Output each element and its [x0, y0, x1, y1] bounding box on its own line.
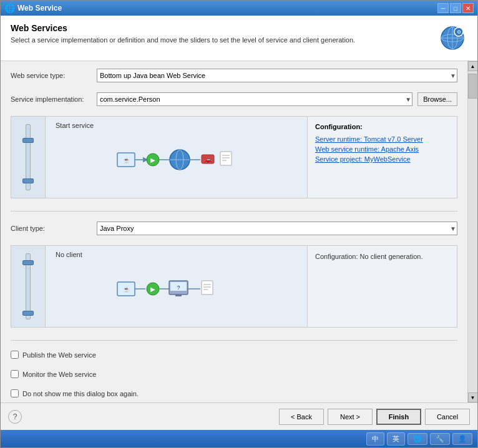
monitor-checkbox[interactable] — [11, 370, 19, 378]
webservice-runtime-link[interactable]: Web service runtime: Apache Axis — [315, 145, 449, 153]
svg-text:🚗: 🚗 — [204, 155, 212, 163]
next-button[interactable]: Next > — [328, 409, 373, 425]
service-config-panel: Configuration: Server runtime: Tomcat v7… — [307, 117, 457, 198]
client-slider-thumb-top[interactable] — [22, 260, 34, 265]
svg-rect-19 — [220, 152, 232, 165]
section-divider-2 — [11, 340, 457, 341]
client-diagram-svg: ☕ ▶ ? — [114, 263, 239, 319]
service-preview-section: Start service ☕ ▶ — [11, 116, 457, 198]
client-type-select-wrapper: Java Proxy No client ▼ — [97, 222, 457, 235]
main-content: Web service type: Bottom up Java bean We… — [1, 61, 477, 402]
monitor-label[interactable]: Monitor the Web service — [22, 371, 96, 378]
taskbar-user[interactable]: 👤 — [452, 433, 472, 445]
scrollbar-down-button[interactable]: ▼ — [468, 392, 478, 402]
cancel-button[interactable]: Cancel — [425, 409, 470, 425]
svg-rect-32 — [175, 295, 182, 296]
section-divider-1 — [11, 211, 457, 212]
service-slider-thumb-top[interactable] — [22, 138, 34, 143]
svg-rect-34 — [202, 281, 213, 295]
service-type-select[interactable]: Bottom up Java bean Web Service Top down… — [97, 69, 457, 82]
client-type-select[interactable]: Java Proxy No client — [97, 222, 457, 235]
taskbar-lang-en[interactable]: 英 — [387, 432, 405, 446]
page-title: Web Services — [11, 23, 355, 33]
footer-right: < Back Next > Finish Cancel — [279, 409, 470, 425]
service-type-row: Web service type: Bottom up Java bean We… — [11, 69, 457, 82]
server-runtime-link[interactable]: Server runtime: Tomcat v7.0 Server — [315, 135, 449, 143]
globe-icon: ⚙ — [439, 24, 466, 52]
svg-text:?: ? — [177, 285, 180, 291]
scrollable-area[interactable]: Web service type: Bottom up Java bean We… — [1, 61, 467, 402]
service-impl-row: Service implementation: com.service.Pers… — [11, 92, 457, 106]
footer: ? < Back Next > Finish Cancel — [1, 402, 477, 430]
finish-button[interactable]: Finish — [376, 409, 421, 425]
service-slider-thumb-bottom[interactable] — [22, 178, 34, 183]
taskbar-globe[interactable]: 🌐 — [407, 433, 427, 445]
taskbar-settings[interactable]: 🔧 — [430, 433, 450, 445]
svg-text:☕: ☕ — [122, 286, 130, 293]
title-bar-left: 🌐 Web Service — [4, 3, 62, 13]
service-project-link[interactable]: Service project: MyWebService — [315, 155, 449, 163]
client-preview-section: No client ☕ ▶ — [11, 245, 457, 328]
publish-label[interactable]: Publish the Web service — [22, 351, 96, 359]
header-text: Web Services Select a service implementa… — [11, 23, 355, 45]
client-diagram: No client ☕ ▶ — [46, 246, 307, 327]
publish-checkbox[interactable] — [11, 351, 19, 359]
dontshow-checkbox[interactable] — [11, 389, 19, 397]
taskbar: 中 英 🌐 🔧 👤 — [1, 430, 477, 447]
help-button[interactable]: ? — [8, 410, 22, 424]
svg-text:☕: ☕ — [122, 157, 130, 164]
close-button[interactable]: ✕ — [462, 3, 474, 13]
scrollbar[interactable]: ▲ ▼ — [467, 61, 477, 402]
client-preview-label: No client — [56, 251, 297, 258]
service-impl-select[interactable]: com.service.Person — [97, 92, 412, 106]
back-button[interactable]: < Back — [279, 409, 324, 425]
monitor-checkbox-row: Monitor the Web service — [11, 370, 457, 378]
taskbar-lang-zh[interactable]: 中 — [366, 432, 384, 446]
footer-left: ? — [8, 410, 22, 424]
content-area: Web Services Select a service implementa… — [1, 16, 477, 430]
service-diagram-svg: ☕ ▶ — [114, 134, 239, 190]
page-description: Select a service implementation or defin… — [11, 36, 355, 45]
window-title: Web Service — [17, 4, 62, 12]
service-slider-panel — [11, 117, 46, 198]
title-bar-controls: ─ □ ✕ — [437, 3, 474, 13]
minimize-button[interactable]: ─ — [437, 3, 449, 13]
client-type-label: Client type: — [11, 225, 92, 232]
service-type-label: Web service type: — [11, 72, 92, 79]
browse-button[interactable]: Browse... — [417, 92, 457, 106]
main-window: 🌐 Web Service ─ □ ✕ Web Services Select … — [0, 0, 478, 448]
client-config-text: Configuration: No client generation. — [315, 253, 422, 260]
dontshow-checkbox-row: Do not show me this dialog box again. — [11, 389, 457, 397]
svg-text:▶: ▶ — [150, 286, 155, 293]
restore-button[interactable]: □ — [450, 3, 461, 13]
service-impl-label: Service implementation: — [11, 95, 92, 103]
service-slider-track — [26, 124, 31, 190]
header-section: Web Services Select a service implementa… — [1, 16, 477, 61]
scrollbar-up-button[interactable]: ▲ — [468, 61, 478, 71]
svg-text:▶: ▶ — [150, 157, 155, 163]
scrollbar-thumb-area — [468, 71, 477, 392]
header-icon: ⚙ — [437, 23, 467, 53]
publish-checkbox-row: Publish the Web service — [11, 351, 457, 359]
svg-text:⚙: ⚙ — [457, 29, 461, 35]
service-type-select-wrapper: Bottom up Java bean Web Service Top down… — [97, 69, 457, 82]
service-diagram-area: ☕ ▶ — [56, 132, 297, 193]
title-bar: 🌐 Web Service ─ □ ✕ — [1, 1, 477, 16]
window-icon: 🌐 — [4, 3, 15, 13]
client-slider-thumb-bottom[interactable] — [22, 311, 34, 316]
client-diagram-area: ☕ ▶ ? — [56, 261, 297, 322]
client-config-panel: Configuration: No client generation. — [307, 246, 457, 327]
client-slider-panel — [11, 246, 46, 327]
service-preview-label: Start service — [56, 122, 297, 129]
service-diagram: Start service ☕ ▶ — [46, 117, 307, 198]
client-type-row: Client type: Java Proxy No client ▼ — [11, 222, 457, 235]
client-slider-track — [26, 253, 31, 319]
dontshow-label[interactable]: Do not show me this dialog box again. — [22, 390, 139, 397]
scrollbar-thumb[interactable] — [468, 74, 477, 99]
service-config-title: Configuration: — [315, 123, 449, 130]
service-impl-select-wrapper: com.service.Person ▼ — [97, 92, 412, 106]
